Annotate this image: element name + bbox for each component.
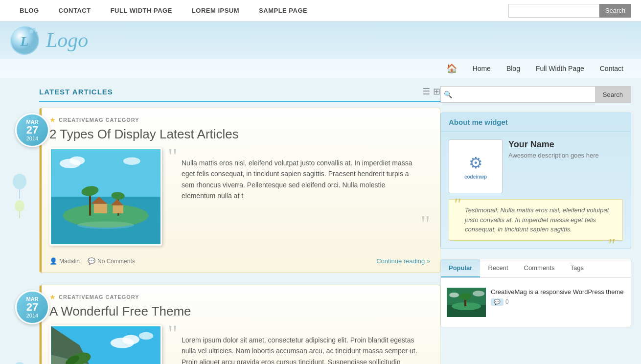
nav-sample-page[interactable]: SAMPLE PAGE bbox=[249, 0, 317, 22]
author-icon-1: 👤 bbox=[49, 257, 57, 265]
article-card-inner-2: ★ CREATIVEMAG CATEGORY A Wonderful Free … bbox=[40, 285, 440, 364]
testimonial-text: Testimonail: Nulla mattis eros nisl, ele… bbox=[457, 205, 615, 234]
article-card-2: Mar 27 2014 ★ CREATIVEMAG CATEGORY A Won… bbox=[39, 285, 440, 364]
svg-point-9 bbox=[13, 362, 26, 364]
article-card-inner-1: ★ CREATIVEMAG CATEGORY 2 Types Of Displa… bbox=[40, 108, 440, 273]
header-area: L Logo 🏠 Home Blog Full Width Page Conta… bbox=[0, 22, 641, 78]
top-search-input[interactable] bbox=[508, 4, 599, 18]
svg-text:L: L bbox=[20, 34, 28, 49]
popular-comments-1: 💬 0 bbox=[491, 298, 625, 306]
svg-rect-22 bbox=[113, 205, 123, 213]
date-badge-1: Mar 27 2014 bbox=[15, 113, 49, 147]
svg-point-3 bbox=[33, 28, 36, 31]
sidebar-search-button[interactable]: Search bbox=[595, 87, 631, 102]
view-icons: ☰ ⊞ bbox=[422, 86, 440, 97]
codeinwp-icon: ⚙ bbox=[469, 154, 483, 172]
comments-label-1: No Comments bbox=[97, 258, 135, 265]
continue-reading-1[interactable]: Continue reading » bbox=[376, 257, 430, 265]
logo-text: Logo bbox=[46, 28, 88, 52]
tab-recent[interactable]: Recent bbox=[480, 259, 516, 277]
about-profile: ⚙ codeinwp Your Name Awesome description… bbox=[449, 139, 623, 193]
logo-row: L Logo bbox=[0, 22, 641, 59]
article-thumb-2 bbox=[49, 325, 162, 364]
category-star-icon-1: ★ bbox=[49, 116, 56, 124]
top-nav: BLOG CONTACT FULL WIDTH PAGE LOREM IPSUM… bbox=[0, 0, 641, 22]
about-widget-title: About me widget bbox=[441, 113, 631, 132]
tabs-header: Popular Recent Comments Tags bbox=[441, 259, 631, 278]
nav-lorem-ipsum[interactable]: LOREM IPSUM bbox=[182, 0, 249, 22]
profile-desc: Awesome description goes here bbox=[508, 152, 623, 159]
comment-bubble-1: 💬 bbox=[491, 298, 504, 306]
popular-comment-count-1: 0 bbox=[505, 298, 509, 305]
meta-author-1: 👤 Madalin bbox=[49, 257, 80, 265]
article-body-2: " Lorem ipsum dolor sit amet, consectetu… bbox=[49, 325, 430, 364]
profile-name: Your Name bbox=[508, 139, 623, 150]
article-body-1: " Nulla mattis eros nisl, eleifend volut… bbox=[49, 148, 430, 246]
testimonial-box: " Testimonail: Nulla mattis eros nisl, e… bbox=[449, 199, 623, 241]
date-day-1: 27 bbox=[26, 125, 38, 136]
category-label-2: CREATIVEMAG CATEGORY bbox=[59, 294, 139, 300]
latest-articles-title: LATEST ARTICLES bbox=[39, 88, 113, 96]
svg-rect-20 bbox=[94, 204, 107, 213]
sidebar-search: 🔍 Search bbox=[440, 86, 631, 103]
quote-close-icon-1: " bbox=[420, 212, 430, 236]
svg-point-38 bbox=[139, 332, 153, 340]
date-year-1: 2014 bbox=[26, 136, 38, 141]
category-label-1: CREATIVEMAG CATEGORY bbox=[59, 117, 139, 123]
tab-comments[interactable]: Comments bbox=[516, 259, 563, 277]
article-card-1: Mar 27 2014 ★ CREATIVEMAG CATEGORY 2 Typ… bbox=[39, 108, 440, 273]
sidebar-search-icon: 🔍 bbox=[441, 87, 455, 102]
secondary-nav-full-width[interactable]: Full Width Page bbox=[528, 59, 592, 78]
latest-articles-header: LATEST ARTICLES ☰ ⊞ bbox=[39, 86, 440, 102]
svg-point-44 bbox=[449, 293, 459, 297]
secondary-nav-home[interactable]: Home bbox=[465, 59, 499, 78]
article-title-2[interactable]: A Wonderful Free Theme bbox=[49, 304, 430, 319]
secondary-nav-blog[interactable]: Blog bbox=[499, 59, 528, 78]
tab-popular[interactable]: Popular bbox=[441, 259, 480, 277]
sidebar: 🔍 Search About me widget ⚙ codeinwp Your… bbox=[440, 86, 631, 364]
secondary-nav: 🏠 Home Blog Full Width Page Contact bbox=[0, 59, 641, 78]
tab-tags[interactable]: Tags bbox=[562, 259, 591, 277]
article-category-2: ★ CREATIVEMAG CATEGORY bbox=[49, 293, 430, 301]
svg-point-25 bbox=[69, 157, 85, 165]
svg-point-43 bbox=[459, 293, 471, 300]
list-view-icon[interactable]: ☰ bbox=[422, 86, 430, 97]
top-nav-search: Search bbox=[508, 4, 631, 18]
date-badge-2: Mar 27 2014 bbox=[15, 290, 49, 324]
grid-view-icon[interactable]: ⊞ bbox=[433, 86, 440, 97]
left-column: LATEST ARTICLES ☰ ⊞ Mar 27 2014 ★ CREATI… bbox=[10, 86, 440, 364]
secondary-nav-contact[interactable]: Contact bbox=[592, 59, 631, 78]
nav-full-width-page[interactable]: FULL WIDTH PAGE bbox=[101, 0, 182, 22]
article-title-1[interactable]: 2 Types Of Display Latest Articles bbox=[49, 127, 430, 142]
svg-point-26 bbox=[123, 157, 140, 165]
meta-comments-1: 💬 No Comments bbox=[88, 257, 135, 265]
sidebar-search-input[interactable] bbox=[455, 87, 595, 102]
svg-point-7 bbox=[15, 200, 24, 212]
article-category-1: ★ CREATIVEMAG CATEGORY bbox=[49, 116, 430, 124]
svg-point-2 bbox=[29, 29, 33, 33]
article-excerpt-1: " Nulla mattis eros nisl, eleifend volut… bbox=[170, 148, 430, 246]
svg-point-37 bbox=[122, 335, 139, 344]
about-widget-body: ⚙ codeinwp Your Name Awesome description… bbox=[441, 132, 631, 249]
profile-info: Your Name Awesome description goes here bbox=[508, 139, 623, 159]
popular-item-1: CreativeMag is a responsive WordPress th… bbox=[447, 284, 625, 321]
nav-contact[interactable]: CONTACT bbox=[49, 0, 101, 22]
comment-icon-1: 💬 bbox=[88, 257, 95, 265]
top-search-button[interactable]: Search bbox=[599, 4, 631, 18]
article-excerpt-2: " Lorem ipsum dolor sit amet, consectetu… bbox=[170, 325, 430, 364]
profile-logo: ⚙ codeinwp bbox=[449, 139, 503, 193]
svg-point-27 bbox=[77, 221, 134, 229]
popular-post-title-1[interactable]: CreativeMag is a responsive WordPress th… bbox=[491, 288, 625, 296]
main-container: LATEST ARTICLES ☰ ⊞ Mar 27 2014 ★ CREATI… bbox=[0, 78, 641, 364]
logo-icon: L bbox=[10, 25, 39, 55]
quote-open-icon-1: " bbox=[168, 145, 178, 168]
article-meta-1: 👤 Madalin 💬 No Comments Continue reading… bbox=[49, 253, 430, 265]
nav-blog[interactable]: BLOG bbox=[10, 0, 49, 22]
excerpt-text-1: Nulla mattis eros nisl, eleifend volutpa… bbox=[174, 148, 426, 202]
date-year-2: 2014 bbox=[26, 313, 38, 318]
svg-point-45 bbox=[473, 291, 484, 296]
home-icon[interactable]: 🏠 bbox=[446, 63, 457, 74]
category-star-icon-2: ★ bbox=[49, 293, 56, 301]
excerpt-text-2: Lorem ipsum dolor sit amet, consectetur … bbox=[174, 325, 426, 364]
tabs-body: CreativeMag is a responsive WordPress th… bbox=[441, 278, 631, 327]
